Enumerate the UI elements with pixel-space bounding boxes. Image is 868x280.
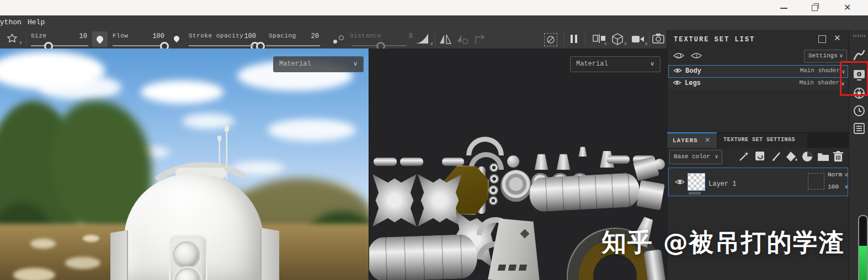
spacing-slider[interactable] xyxy=(266,45,320,46)
application-window: ✕ Python Help ∨ Size 10 Flow 100 Stroke … xyxy=(0,0,868,280)
brush-toolbar: ∨ Size 10 Flow 100 Stroke opacity 100 Sp… xyxy=(0,30,667,49)
chevron-down-icon: ∨ xyxy=(844,171,848,177)
layer-blend-mode[interactable]: Norm xyxy=(828,171,842,178)
log-list-icon[interactable] xyxy=(853,122,865,134)
stroke-opacity-value: 100 xyxy=(234,33,256,40)
uv-island xyxy=(507,155,519,168)
texture-set-shader[interactable]: Main shader xyxy=(800,67,840,74)
size-value: 10 xyxy=(65,33,87,40)
droid-left-fin xyxy=(110,230,128,280)
flow-value: 100 xyxy=(141,33,164,40)
paint-stroke-icon[interactable] xyxy=(853,50,865,62)
split-view-chevron-icon[interactable]: ∨ xyxy=(604,41,608,46)
delete-trash-icon[interactable] xyxy=(833,150,844,163)
close-button[interactable]: ✕ xyxy=(839,0,858,15)
material-mode-dropdown-3d[interactable]: Material ∨ xyxy=(273,56,364,72)
add-effect-wand-icon[interactable] xyxy=(738,150,750,163)
viewport-3d[interactable]: Material ∨ xyxy=(0,49,369,280)
float-panel-icon[interactable] xyxy=(818,35,826,43)
minimize-button[interactable] xyxy=(775,0,794,15)
channel-dropdown[interactable]: Base color ∨ xyxy=(669,150,722,164)
layer-opacity[interactable]: 100 xyxy=(828,184,839,190)
add-paint-layer-icon[interactable] xyxy=(771,150,783,163)
texture-set-row-body[interactable]: Body Main shader ∨ xyxy=(668,65,848,78)
flow-slider[interactable] xyxy=(113,45,167,46)
droid-right-fin xyxy=(260,228,279,280)
close-panel-icon[interactable]: ✕ xyxy=(834,33,841,43)
texture-set-row-legs[interactable]: Legs Main shader ∨ xyxy=(668,78,847,89)
layer-thumbnail[interactable] xyxy=(688,173,705,191)
brush-shape-icon[interactable] xyxy=(6,33,19,45)
brush-nib-icon xyxy=(95,35,105,44)
toolbar-divider xyxy=(26,32,26,46)
svg-text:1: 1 xyxy=(695,53,698,59)
menu-bar: Python Help xyxy=(0,15,868,30)
mirror-symmetry-icon[interactable] xyxy=(439,34,451,44)
eye-icon[interactable] xyxy=(673,79,681,86)
panel-tab-strip: LAYERS ✕ TEXTURE SET SETTINGS xyxy=(667,132,849,148)
camera-view-chevron-icon[interactable]: ∨ xyxy=(645,41,648,46)
distance-label: Distance xyxy=(350,33,381,39)
size-slider[interactable] xyxy=(31,45,88,46)
opacity-brush-nib-icon[interactable] xyxy=(173,35,180,42)
add-smart-mask-icon[interactable] xyxy=(801,150,813,163)
brush-shape-chevron-icon[interactable]: ∨ xyxy=(19,40,23,45)
deselect-icon[interactable] xyxy=(544,33,557,46)
level-gauge[interactable] xyxy=(858,215,868,280)
material-mode-dropdown-2d[interactable]: Material ∨ xyxy=(570,56,661,72)
droid-antenna-tip xyxy=(217,136,221,141)
layer-visibility-eye-icon[interactable] xyxy=(674,178,685,186)
layer-name: Layer 1 xyxy=(709,180,736,188)
texture-set-shader[interactable]: Main shader xyxy=(799,79,839,86)
tab-layers[interactable]: LAYERS ✕ xyxy=(667,132,717,148)
stroke-opacity-slider[interactable] xyxy=(189,45,257,46)
view-3d-cube-icon[interactable] xyxy=(611,33,624,45)
eye-single-icon[interactable]: 1 xyxy=(690,51,702,60)
uv-island xyxy=(418,174,462,227)
view-3d-chevron-icon[interactable]: ∨ xyxy=(624,41,627,46)
rock xyxy=(65,257,100,269)
minimize-icon xyxy=(780,8,787,9)
add-folder-icon[interactable] xyxy=(817,151,830,162)
radial-symmetry-icon xyxy=(457,34,469,44)
channel-dropdown-label: Base color xyxy=(674,153,710,160)
camera-view-icon[interactable] xyxy=(631,35,645,44)
menu-python[interactable]: Python xyxy=(0,18,22,26)
tab-texture-set-settings-label: TEXTURE SET SETTINGS xyxy=(723,137,795,143)
snapshot-camera-icon[interactable] xyxy=(652,33,664,44)
uv-island-barrel xyxy=(529,173,641,212)
droid-antenna-tip xyxy=(225,126,229,132)
uv-island xyxy=(508,265,516,271)
chevron-down-icon: ∨ xyxy=(650,60,654,67)
rock xyxy=(83,235,99,242)
uv-island xyxy=(577,146,589,157)
eye-icon[interactable] xyxy=(673,67,682,74)
flow-brush-button[interactable] xyxy=(92,31,108,47)
layer-row[interactable]: Layer 1 Norm ∨ 100 ∨ xyxy=(668,168,848,196)
close-icon: ✕ xyxy=(844,2,851,13)
settings-dropdown-label: Settings xyxy=(808,52,838,59)
toolbar-divider xyxy=(564,32,565,46)
restore-button[interactable] xyxy=(806,0,824,15)
uv-island xyxy=(442,158,464,166)
uv-island xyxy=(498,265,506,271)
falloff-chevron-icon[interactable]: ∨ xyxy=(430,41,434,46)
chevron-down-icon: ∨ xyxy=(844,184,848,190)
chevron-down-icon: ∨ xyxy=(715,153,718,159)
layer-mask-slot[interactable] xyxy=(808,173,824,190)
toolbar-divider xyxy=(585,32,585,46)
history-clock-icon[interactable] xyxy=(853,105,865,117)
add-smart-material-icon[interactable] xyxy=(754,150,766,163)
falloff-curve-icon[interactable] xyxy=(415,33,429,44)
level-gauge-fill xyxy=(859,246,867,280)
panel-grip-handle[interactable] xyxy=(853,35,865,37)
add-fill-layer-icon[interactable] xyxy=(785,150,798,163)
distance-value: 8 xyxy=(390,33,413,40)
uv-island xyxy=(553,152,573,170)
tab-close-icon[interactable]: ✕ xyxy=(705,136,710,144)
tab-texture-set-settings[interactable]: TEXTURE SET SETTINGS xyxy=(718,133,807,148)
eye-sync-icon[interactable] xyxy=(673,51,685,60)
spacing-slider-left[interactable] xyxy=(249,45,254,46)
menu-help[interactable]: Help xyxy=(28,18,45,26)
size-label: Size xyxy=(31,33,46,39)
